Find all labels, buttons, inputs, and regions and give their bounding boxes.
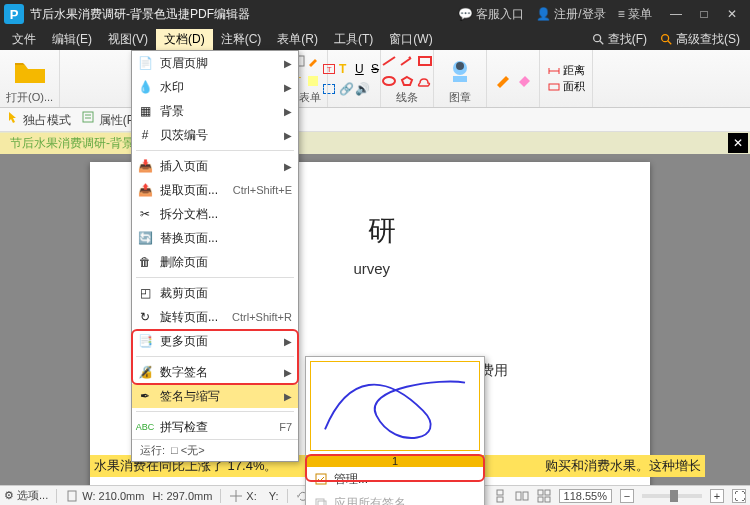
header-footer-icon: 📄 (136, 54, 154, 72)
find-button[interactable]: 查找(F) (585, 29, 653, 50)
svg-rect-30 (318, 501, 326, 505)
page-size-display: W: 210.0mm (65, 489, 144, 503)
manage-icon (314, 472, 328, 486)
menu-header-footer[interactable]: 📄页眉页脚▶ (132, 51, 298, 75)
menu-view[interactable]: 视图(V) (100, 29, 156, 50)
search-icon (659, 32, 673, 46)
menu-window[interactable]: 窗口(W) (381, 29, 440, 50)
page-size-icon (65, 489, 79, 503)
minimize-button[interactable]: ― (662, 0, 690, 28)
menu-signature-initials[interactable]: ✒签名与缩写▶ (132, 384, 298, 408)
select-icon (323, 84, 335, 94)
signature-scribble-icon (311, 362, 479, 450)
svg-point-19 (456, 62, 464, 70)
svg-rect-31 (68, 491, 76, 501)
polygon-icon (399, 75, 415, 87)
tab-close-button[interactable]: ✕ (728, 133, 748, 153)
note-icon (307, 75, 319, 87)
menu-split-doc[interactable]: ✂拆分文档... (132, 202, 298, 226)
stamp-panel[interactable]: 图章 (434, 50, 487, 107)
advanced-find-button[interactable]: 高级查找(S) (653, 29, 746, 50)
annot-icons-panel[interactable]: T T U S 🔗 🔊 (328, 50, 381, 107)
service-link[interactable]: 💬 客服入口 (458, 6, 524, 23)
menu-insert-page[interactable]: 📥插入页面▶ (132, 154, 298, 178)
svg-point-0 (593, 35, 600, 42)
zoom-out-button[interactable]: − (620, 489, 634, 503)
menu-annotate[interactable]: 注释(C) (213, 29, 270, 50)
svg-rect-13 (308, 76, 318, 86)
status-options[interactable]: ⚙ 选项... (4, 488, 48, 503)
menu-more-pages[interactable]: 📑更多页面▶ (132, 329, 298, 353)
arrow-icon (399, 55, 415, 67)
zoom-level[interactable]: 118.55% (559, 489, 612, 503)
menu-tools[interactable]: 工具(T) (326, 29, 381, 50)
menu-rotate-page[interactable]: ↻旋转页面...Ctrl+Shift+R (132, 305, 298, 329)
close-button[interactable]: ✕ (718, 0, 746, 28)
distance-icon (547, 66, 561, 76)
maximize-button[interactable]: □ (690, 0, 718, 28)
ribbon-toolbar: 打开(O)... 55% T T 编辑表单 T T U S 🔗 🔊 (0, 50, 750, 108)
menu-digital-sign[interactable]: 🔏数字签名▶ (132, 360, 298, 384)
pencil-icon (307, 55, 319, 67)
menu-file[interactable]: 文件 (4, 29, 44, 50)
svg-rect-42 (545, 497, 550, 502)
menu-replace-page[interactable]: 🔄替换页面... (132, 226, 298, 250)
menu-document[interactable]: 文档(D) (156, 29, 213, 50)
cursor-pos-display: X: Y: (229, 489, 278, 503)
signature-apply-all[interactable]: 应用所有签名 (306, 491, 484, 505)
menu-delete-page[interactable]: 🗑删除页面 (132, 250, 298, 274)
svg-point-17 (383, 77, 395, 85)
signature-manage[interactable]: 管理... (306, 467, 484, 491)
login-link[interactable]: 👤 注册/登录 (536, 6, 606, 23)
svg-rect-39 (538, 490, 543, 495)
menu-watermark[interactable]: 💧水印▶ (132, 75, 298, 99)
crop-icon: ◰ (136, 284, 154, 302)
exclusive-mode-button[interactable]: 独占模式 (6, 110, 71, 129)
underline-icon: U (355, 62, 369, 76)
line-panel[interactable]: 线条 (381, 50, 434, 107)
svg-rect-25 (83, 112, 93, 122)
line-icon (381, 55, 397, 67)
eraser-panel[interactable] (487, 50, 540, 107)
zoom-in-button[interactable]: + (710, 489, 724, 503)
spellcheck-icon: ABC (136, 418, 154, 436)
measure-panel[interactable]: 距离 面积 (540, 50, 593, 107)
sound-icon: 🔊 (355, 82, 369, 96)
zoom-fit-button[interactable]: ⛶ (732, 489, 746, 503)
search-icon (591, 32, 605, 46)
svg-rect-38 (523, 492, 528, 500)
menu-extract-page[interactable]: 📤提取页面...Ctrl+Shift+E (132, 178, 298, 202)
delete-page-icon: 🗑 (136, 253, 154, 271)
document-tabs: 节后水果消费调研-背景色 * ✕ (0, 132, 750, 154)
more-pages-icon: 📑 (136, 332, 154, 350)
replace-icon: 🔄 (136, 229, 154, 247)
menu-crop-page[interactable]: ◰裁剪页面 (132, 281, 298, 305)
title-bar: P 节后水果消费调研-背景色迅捷PDF编辑器 💬 客服入口 👤 注册/登录 ≡ … (0, 0, 750, 28)
layout-continuous-icon[interactable] (493, 489, 507, 503)
svg-rect-41 (538, 497, 543, 502)
menu-edit[interactable]: 编辑(E) (44, 29, 100, 50)
svg-line-3 (668, 41, 672, 45)
layout-facing-cont-icon[interactable] (537, 489, 551, 503)
main-menu-link[interactable]: ≡ 菜单 (618, 6, 652, 23)
signature-preview[interactable] (310, 361, 480, 451)
circle-icon (381, 75, 397, 87)
menu-background[interactable]: ▦背景▶ (132, 99, 298, 123)
menu-spellcheck[interactable]: ABC拼写检查F7 (132, 415, 298, 439)
eraser-icon (515, 70, 533, 88)
svg-rect-35 (497, 490, 503, 495)
zoom-slider[interactable] (642, 494, 702, 498)
svg-rect-40 (545, 490, 550, 495)
stamp-icon (445, 56, 475, 86)
apply-all-icon (314, 496, 328, 505)
layout-facing-icon[interactable] (515, 489, 529, 503)
digital-sign-icon: 🔏 (136, 363, 154, 381)
open-button[interactable]: 打开(O)... (0, 50, 60, 107)
menu-bates[interactable]: #贝茨编号▶ (132, 123, 298, 147)
svg-rect-37 (516, 492, 521, 500)
properties-icon (81, 110, 95, 124)
link-icon: 🔗 (339, 82, 353, 96)
extract-page-icon: 📤 (136, 181, 154, 199)
svg-line-15 (401, 58, 411, 65)
menu-form[interactable]: 表单(R) (269, 29, 326, 50)
